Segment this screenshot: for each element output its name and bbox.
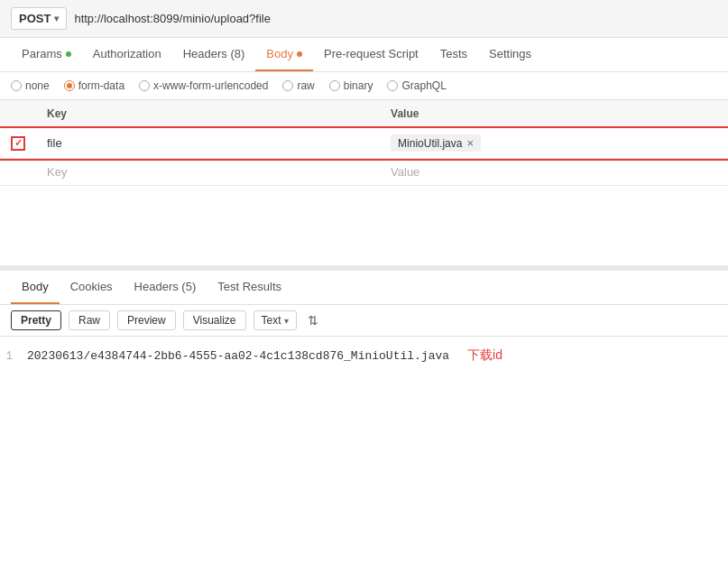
- resp-tab-body-label: Body: [22, 280, 49, 293]
- resp-tab-test-results[interactable]: Test Results: [207, 271, 292, 304]
- col-key-header: Key: [36, 100, 380, 128]
- response-section: Body Cookies Headers (5) Test Results Pr…: [0, 265, 728, 374]
- radio-graphql: [387, 80, 398, 91]
- body-type-none[interactable]: none: [11, 79, 50, 92]
- format-type-chevron: ▾: [284, 316, 289, 326]
- tab-headers[interactable]: Headers (8): [172, 38, 256, 71]
- url-bar: POST ▾: [0, 0, 728, 38]
- method-label: POST: [19, 12, 51, 25]
- response-tabs: Body Cookies Headers (5) Test Results: [0, 271, 728, 305]
- request-tabs: Params Authorization Headers (8) Body Pr…: [0, 38, 728, 72]
- code-line-1: 1 20230613/e4384744-2bb6-4555-aa02-4c1c1…: [0, 346, 728, 365]
- table-empty-row: Key Value: [0, 159, 728, 186]
- tab-authorization[interactable]: Authorization: [82, 38, 172, 71]
- label-raw: raw: [297, 79, 314, 92]
- empty-key-cell[interactable]: Key: [36, 159, 380, 186]
- body-type-urlencoded[interactable]: x-www-form-urlencoded: [139, 79, 268, 92]
- resp-tab-test-results-label: Test Results: [217, 280, 281, 293]
- tab-settings[interactable]: Settings: [478, 38, 542, 71]
- file-tag: MinioUtil.java ×: [391, 134, 481, 152]
- params-dot: [66, 51, 71, 57]
- label-none: none: [25, 79, 50, 92]
- resp-tab-headers-label: Headers (5): [134, 280, 197, 293]
- tab-pre-request-script[interactable]: Pre-request Script: [313, 38, 429, 71]
- resp-tab-headers[interactable]: Headers (5): [124, 271, 207, 304]
- format-type-label: Text: [262, 314, 281, 327]
- tab-tests[interactable]: Tests: [429, 38, 478, 71]
- radio-none: [11, 80, 22, 91]
- row-key-cell[interactable]: file: [36, 128, 380, 159]
- format-type-select[interactable]: Text ▾: [253, 310, 297, 330]
- form-data-table: Key Value file MinioUtil.java × Key: [0, 100, 728, 186]
- row-checkbox-cell[interactable]: [0, 128, 36, 159]
- label-graphql: GraphQL: [401, 79, 446, 92]
- radio-raw: [282, 80, 293, 91]
- code-area: 1 20230613/e4384744-2bb6-4555-aa02-4c1c1…: [0, 337, 728, 374]
- fmt-visualize-button[interactable]: Visualize: [183, 310, 246, 330]
- empty-value-placeholder: Value: [391, 165, 419, 179]
- table-row: file MinioUtil.java ×: [0, 128, 728, 159]
- body-type-raw[interactable]: raw: [282, 79, 314, 92]
- resp-tab-cookies[interactable]: Cookies: [60, 271, 124, 304]
- url-input[interactable]: [74, 12, 717, 25]
- file-name: MinioUtil.java: [398, 137, 462, 150]
- spacer: [0, 186, 728, 258]
- file-remove-icon[interactable]: ×: [466, 136, 474, 150]
- body-dot: [297, 51, 302, 57]
- tab-body[interactable]: Body: [255, 38, 313, 71]
- empty-key-placeholder: Key: [47, 165, 67, 179]
- label-binary: binary: [344, 79, 373, 92]
- sort-icon[interactable]: ⇅: [308, 313, 318, 328]
- body-type-graphql[interactable]: GraphQL: [387, 79, 446, 92]
- tab-body-label: Body: [266, 47, 293, 60]
- tab-authorization-label: Authorization: [93, 47, 161, 60]
- row-checkbox[interactable]: [11, 136, 25, 151]
- tab-settings-label: Settings: [489, 47, 531, 60]
- radio-urlencoded: [139, 80, 150, 91]
- method-select[interactable]: POST ▾: [11, 7, 67, 30]
- body-type-form-data[interactable]: form-data: [64, 79, 124, 92]
- resp-tab-body[interactable]: Body: [11, 271, 60, 304]
- row-value-cell: MinioUtil.java ×: [380, 128, 728, 159]
- col-value-header: Value: [380, 100, 728, 128]
- format-bar: Pretty Raw Preview Visualize Text ▾ ⇅: [0, 305, 728, 337]
- annotation-download-id: 下载id: [467, 347, 502, 364]
- body-type-binary[interactable]: binary: [329, 79, 373, 92]
- empty-checkbox-cell: [0, 159, 36, 186]
- line-number-1: 1: [0, 350, 27, 363]
- fmt-preview-button[interactable]: Preview: [117, 310, 176, 330]
- method-chevron: ▾: [54, 14, 59, 23]
- radio-binary: [329, 80, 340, 91]
- tab-pre-request-label: Pre-request Script: [324, 47, 419, 60]
- fmt-pretty-button[interactable]: Pretty: [11, 310, 61, 330]
- label-form-data: form-data: [78, 79, 124, 92]
- tab-params[interactable]: Params: [11, 38, 82, 71]
- fmt-raw-button[interactable]: Raw: [69, 310, 110, 330]
- tab-tests-label: Tests: [440, 47, 467, 60]
- resp-tab-cookies-label: Cookies: [70, 280, 113, 293]
- tab-headers-label: Headers (8): [183, 47, 245, 60]
- tab-params-label: Params: [22, 47, 62, 60]
- empty-value-cell[interactable]: Value: [380, 159, 728, 186]
- label-urlencoded: x-www-form-urlencoded: [153, 79, 268, 92]
- col-checkbox: [0, 100, 36, 128]
- line-content-1: 20230613/e4384744-2bb6-4555-aa02-4c1c138…: [27, 349, 449, 363]
- body-type-bar: none form-data x-www-form-urlencoded raw…: [0, 72, 728, 100]
- radio-form-data: [64, 80, 75, 91]
